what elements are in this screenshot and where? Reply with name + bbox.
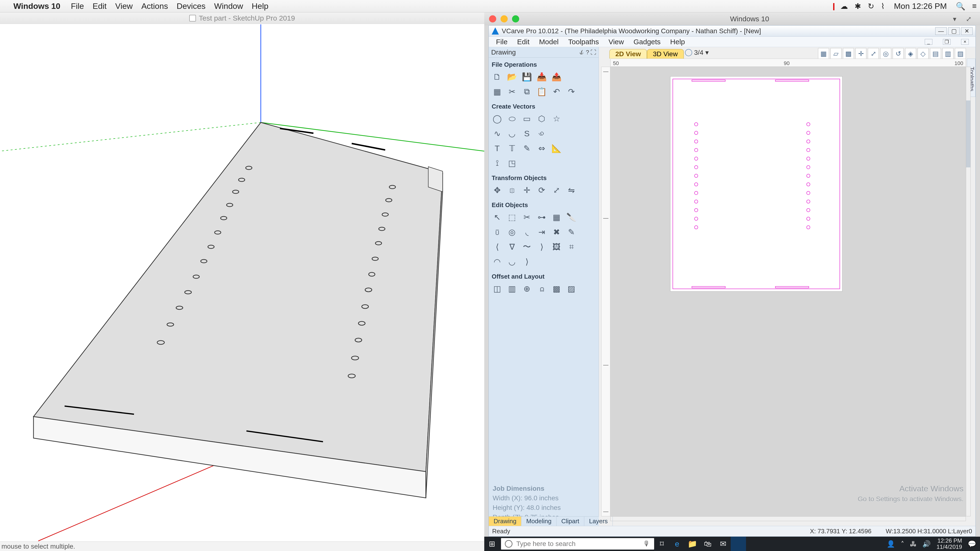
paste-icon[interactable]: 📋	[536, 86, 548, 98]
star-icon[interactable]: ☆	[550, 113, 563, 125]
nest-icon[interactable]: ⩄	[536, 283, 548, 295]
win-minimize-button[interactable]: —	[935, 27, 947, 35]
view2-icon[interactable]: ▥	[942, 48, 953, 59]
tray-clock[interactable]: 12:26 PM 11/4/2019	[937, 538, 962, 550]
tray-network-icon[interactable]: 🖧	[910, 540, 916, 548]
parallels-titlebar[interactable]: Windows 10 ▾ ⤢	[484, 13, 980, 25]
zoom-sel-icon[interactable]: ◎	[880, 48, 891, 59]
weld-icon[interactable]: ⩂	[491, 226, 503, 238]
mail-icon[interactable]: ✉	[715, 537, 731, 551]
join-icon[interactable]: ⊶	[536, 211, 548, 223]
close-icon[interactable]	[489, 15, 496, 22]
view3-icon[interactable]: ▨	[955, 48, 966, 59]
ellipse-icon[interactable]: ⬭	[506, 113, 518, 125]
job-setup-icon[interactable]: ▦	[491, 86, 503, 98]
win-close-button[interactable]: ✕	[961, 27, 973, 35]
mirror-icon[interactable]: ⇋	[565, 184, 578, 196]
spotlight-icon[interactable]: 🔍	[956, 2, 966, 11]
picture-icon[interactable]: 🖼	[550, 241, 563, 253]
curve-icon[interactable]: S	[521, 127, 533, 140]
zoom-prev-icon[interactable]: ↺	[892, 48, 904, 59]
pin-icon[interactable]: ⫝̸	[579, 49, 584, 56]
menu-help[interactable]: Help	[252, 2, 269, 11]
fillet-icon[interactable]: ◟	[521, 226, 533, 238]
h-scrollbar[interactable]	[610, 516, 966, 521]
menu-actions[interactable]: Actions	[142, 2, 168, 11]
offset-icon[interactable]: ◫	[491, 283, 503, 295]
text-icon[interactable]: T	[491, 142, 503, 154]
polyline-icon[interactable]: ∿	[491, 127, 503, 140]
menubar-clock[interactable]: Mon 12:26 PM	[894, 2, 947, 11]
rotate-icon[interactable]: ⟳	[536, 184, 548, 196]
group-icon[interactable]: ▦	[550, 211, 563, 223]
vmenu-help[interactable]: Help	[670, 38, 685, 46]
evernote-icon[interactable]: ✱	[854, 2, 861, 11]
menu-window[interactable]: Window	[214, 2, 243, 11]
vmenu-gadgets[interactable]: Gadgets	[633, 38, 660, 46]
drawing-surface[interactable]	[610, 67, 966, 516]
start-button[interactable]: ⊞	[484, 539, 500, 548]
wifi-icon[interactable]: ⌇	[881, 2, 885, 11]
open-path-icon[interactable]: ◠	[491, 256, 503, 268]
brush-icon[interactable]: ✎	[565, 226, 578, 238]
tab-2d-view[interactable]: 2D View	[609, 49, 647, 59]
help-icon[interactable]: ?	[586, 49, 589, 56]
arrow-left-icon[interactable]: ⟨	[491, 241, 503, 253]
tools-icon[interactable]: ✖︎	[550, 226, 563, 238]
btab-modeling[interactable]: Modeling	[521, 516, 557, 526]
sub-close-button[interactable]: ×	[961, 39, 969, 45]
vmenu-toolpaths[interactable]: Toolpaths	[568, 38, 599, 46]
layer-icon[interactable]: ◈	[905, 48, 916, 59]
menu-file[interactable]: File	[71, 2, 84, 11]
crop-icon[interactable]: ⌗	[565, 241, 578, 253]
edge-icon[interactable]: e	[670, 537, 685, 551]
tab-3d-view[interactable]: 3D View	[647, 49, 684, 59]
align-icon[interactable]: ⎅	[506, 184, 518, 196]
import-icon[interactable]: 📥	[536, 71, 548, 83]
zoom-fit-icon[interactable]: ⤢	[868, 48, 879, 59]
trace-icon[interactable]: ✎	[521, 142, 533, 154]
minimize-icon[interactable]	[501, 15, 508, 22]
subtract-icon[interactable]: ◎	[506, 226, 518, 238]
bezier-icon[interactable]: 〜	[521, 241, 533, 253]
node-edit-icon[interactable]: ⬚	[506, 211, 518, 223]
sync-icon[interactable]: ↻	[868, 2, 874, 11]
measure-icon[interactable]: 📐	[550, 142, 563, 154]
arrow-right-icon[interactable]: ⟩	[536, 241, 548, 253]
new-file-icon[interactable]: 🗋	[491, 71, 503, 83]
select-icon[interactable]: ↖	[491, 211, 503, 223]
menu-devices[interactable]: Devices	[177, 2, 205, 11]
store-icon[interactable]: 🛍	[700, 537, 715, 551]
sub-restore-button[interactable]: ❐	[943, 39, 951, 45]
scale-icon[interactable]: ⤢	[550, 184, 563, 196]
layer2-icon[interactable]: ◇	[918, 48, 929, 59]
taskbar-search[interactable]: Type here to search 🎙	[501, 538, 654, 549]
undo-icon[interactable]: ↶	[550, 86, 563, 98]
drill-icon[interactable]: ⟟	[491, 157, 503, 169]
win-maximize-button[interactable]: ▢	[948, 27, 960, 35]
parallels-icon[interactable]: ||	[833, 2, 834, 11]
copy-icon[interactable]: ⧉	[521, 86, 533, 98]
zoom-selector[interactable]: 3/4 ▾	[685, 49, 709, 56]
workspace-paper[interactable]	[670, 76, 842, 292]
box-icon[interactable]: ◳	[506, 157, 518, 169]
sketchup-viewport[interactable]	[0, 24, 484, 541]
center-icon[interactable]: ✛	[521, 184, 533, 196]
btab-drawing[interactable]: Drawing	[489, 516, 521, 526]
expand-icon[interactable]: ⛶	[590, 49, 596, 56]
btab-layers[interactable]: Layers	[584, 516, 613, 526]
zoom-icon[interactable]	[512, 15, 519, 22]
text-box-icon[interactable]: 𝕋	[506, 142, 518, 154]
cloud-icon[interactable]: ☁	[840, 2, 848, 11]
menu-view[interactable]: View	[115, 2, 133, 11]
v-scrollbar[interactable]	[966, 67, 970, 516]
array-icon[interactable]: ▥	[506, 283, 518, 295]
direction-icon[interactable]: ⟩	[521, 256, 533, 268]
export-icon[interactable]: 📤	[550, 71, 563, 83]
knife-icon[interactable]: 🔪	[565, 211, 578, 223]
task-view-icon[interactable]: ⌑	[654, 537, 670, 551]
vmenu-edit[interactable]: Edit	[517, 38, 530, 46]
circle-icon[interactable]: ◯	[491, 113, 503, 125]
mic-icon[interactable]: 🎙	[643, 540, 650, 548]
tray-people-icon[interactable]: 👤	[887, 540, 895, 548]
